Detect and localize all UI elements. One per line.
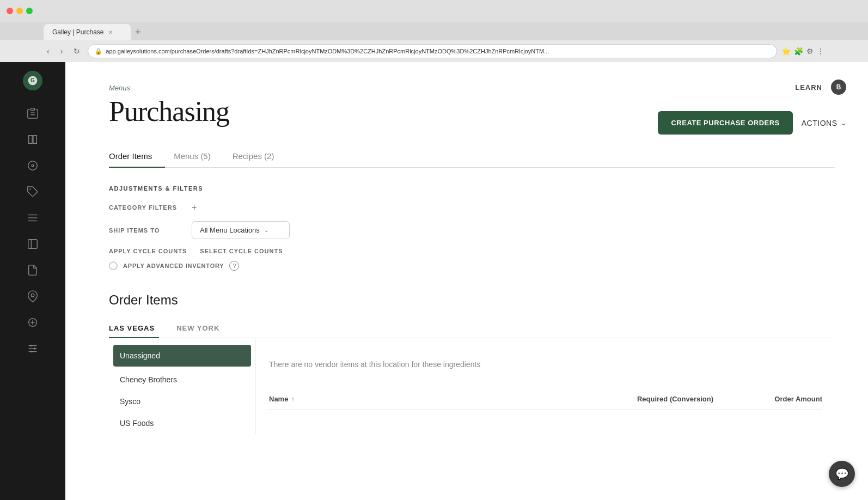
no-vendor-message: There are no vendor items at this locati…: [269, 349, 822, 380]
vendor-item-us-foods[interactable]: US Foods: [109, 412, 255, 434]
filters-title: ADJUSTMENTS & FILTERS: [109, 185, 835, 192]
column-header-order-amount: Order Amount: [735, 395, 822, 403]
menu-icon[interactable]: ⋮: [817, 47, 824, 56]
settings-icon[interactable]: ⚙: [806, 47, 814, 56]
apply-cycle-counts-label[interactable]: APPLY CYCLE COUNTS: [109, 248, 187, 254]
vendor-item-sysco[interactable]: Sysco: [109, 391, 255, 412]
sidebar-item-report[interactable]: [21, 258, 45, 282]
sidebar-item-clipboard[interactable]: [21, 101, 45, 125]
chat-widget-button[interactable]: 💬: [829, 461, 855, 487]
bookmark-icon[interactable]: ⭐: [781, 47, 791, 56]
maximize-window-button[interactable]: [26, 8, 33, 14]
new-tab-button[interactable]: +: [131, 24, 145, 40]
back-button[interactable]: ‹: [44, 46, 53, 57]
ship-items-to-label: SHIP ITEMS TO: [109, 227, 185, 234]
order-table-header: Name ↑ Required (Conversion) Order Amoun…: [269, 388, 822, 410]
chevron-down-icon: ⌄: [841, 119, 847, 127]
svg-point-6: [32, 164, 34, 167]
main-tabs: Order Items Menus (5) Recipes (2): [109, 145, 835, 168]
order-body: Unassigned Cheney Brothers Sysco US Food…: [109, 338, 835, 434]
location-tabs: LAS VEGAS NEW YORK: [109, 319, 835, 338]
tab-las-vegas[interactable]: LAS VEGAS: [109, 319, 168, 338]
select-cycle-counts-label[interactable]: SELECT CYCLE COUNTS: [200, 248, 283, 254]
order-content: There are no vendor items at this locati…: [256, 338, 835, 434]
category-filters-row: CATEGORY FILTERS +: [109, 203, 835, 212]
vendor-list: Unassigned Cheney Brothers Sysco US Food…: [109, 338, 256, 434]
svg-point-20: [30, 345, 32, 347]
chevron-down-icon: ⌄: [264, 227, 268, 233]
ship-items-to-dropdown[interactable]: All Menu Locations ⌄: [192, 221, 290, 239]
sidebar-item-tag[interactable]: [21, 180, 45, 204]
browser-tab[interactable]: Galley | Purchase ✕: [44, 24, 131, 40]
minimize-window-button[interactable]: [16, 8, 23, 14]
apply-advanced-inventory-label: APPLY ADVANCED INVENTORY: [123, 263, 224, 269]
forward-button[interactable]: ›: [57, 46, 66, 57]
svg-point-21: [34, 347, 36, 350]
page-actions: CREATE PURCHASE ORDERS ACTIONS ⌄: [658, 111, 846, 135]
sidebar-item-book[interactable]: [21, 127, 45, 151]
sidebar: G: [0, 62, 65, 500]
order-items-section: Order Items LAS VEGAS NEW YORK Unassigne…: [109, 292, 835, 434]
apply-advanced-inventory-radio[interactable]: [109, 261, 118, 270]
create-purchase-orders-button[interactable]: CREATE PURCHASE ORDERS: [658, 111, 792, 135]
sidebar-item-camera[interactable]: [21, 310, 45, 334]
tab-title: Galley | Purchase: [52, 28, 104, 36]
vendor-item-cheney-brothers[interactable]: Cheney Brothers: [109, 369, 255, 391]
svg-rect-11: [28, 240, 38, 249]
app-logo[interactable]: G: [23, 71, 42, 90]
svg-text:G: G: [30, 77, 35, 83]
address-bar-input[interactable]: 🔒 app.galleysolutions.com/purchaseOrders…: [88, 44, 777, 58]
add-category-filter-button[interactable]: +: [192, 203, 197, 212]
sort-name-icon[interactable]: ↑: [291, 396, 294, 402]
address-text: app.galleysolutions.com/purchaseOrders/d…: [106, 48, 770, 54]
column-header-name: Name ↑: [269, 395, 615, 403]
advanced-inventory-help-icon[interactable]: ?: [229, 261, 239, 271]
ship-items-value: All Menu Locations: [200, 226, 260, 234]
tab-close-button[interactable]: ✕: [108, 29, 113, 35]
svg-point-13: [31, 294, 34, 297]
sidebar-item-compass[interactable]: [21, 154, 45, 178]
sidebar-item-notebook[interactable]: [21, 232, 45, 256]
order-items-title: Order Items: [109, 292, 835, 308]
breadcrumb[interactable]: Menus: [109, 84, 835, 92]
sidebar-item-location[interactable]: [21, 284, 45, 308]
header-actions: LEARN B: [795, 80, 846, 95]
column-header-required: Required (Conversion): [615, 395, 735, 403]
extension-icon[interactable]: 🧩: [794, 47, 803, 56]
actions-dropdown-button[interactable]: ACTIONS ⌄: [802, 119, 846, 127]
ship-items-row: SHIP ITEMS TO All Menu Locations ⌄: [109, 221, 835, 239]
vendor-item-unassigned[interactable]: Unassigned: [113, 345, 251, 367]
tab-menus[interactable]: Menus (5): [174, 145, 224, 167]
advanced-inventory-row: APPLY ADVANCED INVENTORY ?: [109, 261, 835, 271]
category-filters-label: CATEGORY FILTERS: [109, 204, 185, 211]
learn-button[interactable]: LEARN: [795, 83, 822, 92]
tab-new-york[interactable]: NEW YORK: [176, 319, 233, 338]
user-avatar[interactable]: B: [831, 80, 846, 95]
main-content: LEARN B Menus Purchasing CREATE PURCHASE…: [65, 62, 868, 500]
refresh-button[interactable]: ↻: [70, 46, 83, 57]
traffic-lights: [7, 8, 33, 14]
tab-order-items[interactable]: Order Items: [109, 145, 165, 167]
browser-toolbar: ⭐ 🧩 ⚙ ⋮: [781, 47, 824, 56]
cycle-counts-row: APPLY CYCLE COUNTS SELECT CYCLE COUNTS: [109, 248, 835, 254]
tab-recipes[interactable]: Recipes (2): [233, 145, 288, 167]
filters-section: ADJUSTMENTS & FILTERS CATEGORY FILTERS +…: [109, 185, 835, 271]
close-window-button[interactable]: [7, 8, 13, 14]
svg-point-22: [30, 351, 33, 353]
sidebar-item-sliders[interactable]: [21, 337, 45, 361]
chat-icon: 💬: [835, 467, 849, 480]
sidebar-item-list[interactable]: [21, 206, 45, 230]
svg-point-5: [28, 161, 38, 170]
svg-rect-2: [30, 108, 34, 111]
